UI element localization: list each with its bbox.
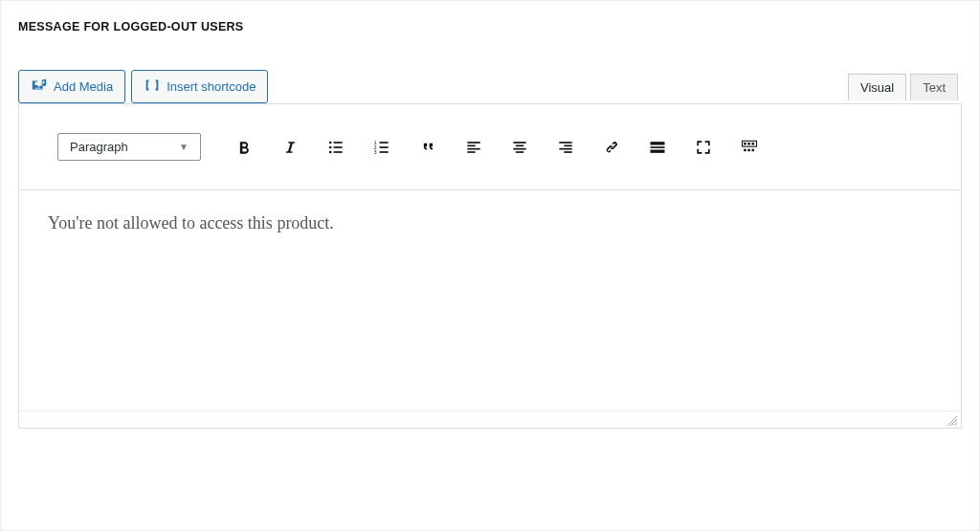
numbered-list-button[interactable]: 123 — [369, 135, 394, 160]
svg-rect-5 — [334, 151, 343, 153]
svg-rect-28 — [744, 143, 746, 145]
tab-visual[interactable]: Visual — [848, 74, 906, 100]
editor-panel: MESSAGE FOR LOGGED-OUT USERS Add Media I… — [0, 0, 980, 531]
align-center-button[interactable] — [507, 135, 532, 160]
svg-rect-11 — [380, 151, 389, 153]
bullet-list-button[interactable] — [323, 135, 348, 160]
shortcode-icon — [144, 77, 161, 97]
insert-shortcode-label: Insert shortcode — [167, 79, 256, 94]
svg-text:3: 3 — [374, 148, 377, 154]
svg-rect-12 — [467, 142, 479, 144]
svg-rect-9 — [380, 142, 389, 144]
resize-handle[interactable] — [946, 414, 957, 426]
format-select-label: Paragraph — [70, 140, 128, 154]
svg-rect-17 — [516, 144, 523, 146]
italic-button[interactable] — [278, 135, 302, 160]
fullscreen-button[interactable] — [691, 135, 716, 160]
svg-rect-26 — [651, 149, 665, 152]
svg-point-0 — [329, 141, 332, 144]
svg-rect-18 — [513, 147, 525, 149]
svg-rect-25 — [651, 146, 665, 148]
editor-toolbar: Paragraph ▼ 123 — [19, 104, 961, 190]
camera-music-icon — [31, 77, 48, 97]
svg-rect-23 — [564, 151, 571, 153]
editor-container: Paragraph ▼ 123 — [18, 103, 962, 429]
svg-rect-30 — [752, 143, 755, 145]
toolbar-toggle-button[interactable] — [737, 135, 762, 160]
bold-button[interactable] — [232, 135, 256, 160]
svg-rect-33 — [752, 148, 755, 151]
svg-rect-13 — [467, 144, 475, 146]
svg-rect-14 — [467, 147, 479, 149]
editor-content-area[interactable]: You're not allowed to access this produc… — [19, 190, 961, 410]
svg-rect-16 — [513, 142, 525, 144]
editor-status-bar — [19, 410, 961, 428]
svg-rect-4 — [334, 146, 343, 148]
svg-rect-32 — [747, 148, 750, 151]
insert-shortcode-button[interactable]: Insert shortcode — [131, 70, 268, 103]
format-select[interactable]: Paragraph ▼ — [57, 133, 201, 161]
chevron-down-icon: ▼ — [179, 142, 189, 152]
svg-rect-24 — [651, 142, 665, 144]
align-right-button[interactable] — [553, 135, 578, 160]
editor-header-row: Add Media Insert shortcode Visual Text — [18, 70, 962, 103]
section-title: MESSAGE FOR LOGGED-OUT USERS — [18, 20, 962, 33]
svg-rect-3 — [334, 142, 343, 144]
add-media-button[interactable]: Add Media — [18, 70, 125, 103]
svg-rect-19 — [516, 151, 523, 153]
tab-text[interactable]: Text — [910, 74, 958, 100]
svg-rect-22 — [559, 147, 571, 149]
read-more-button[interactable] — [645, 135, 670, 160]
svg-rect-29 — [747, 143, 750, 145]
editor-content-text: You're not allowed to access this produc… — [48, 213, 334, 232]
svg-rect-21 — [564, 144, 571, 146]
editor-tabs: Visual Text — [844, 74, 958, 100]
blockquote-button[interactable] — [415, 135, 440, 160]
svg-rect-10 — [380, 146, 389, 148]
media-buttons: Add Media Insert shortcode — [18, 70, 268, 103]
align-left-button[interactable] — [461, 135, 486, 160]
svg-rect-15 — [467, 151, 475, 153]
svg-rect-20 — [559, 142, 571, 144]
svg-rect-31 — [744, 148, 746, 151]
link-button[interactable] — [599, 135, 624, 160]
svg-point-1 — [329, 145, 332, 148]
add-media-label: Add Media — [54, 79, 113, 94]
svg-point-2 — [329, 150, 332, 153]
